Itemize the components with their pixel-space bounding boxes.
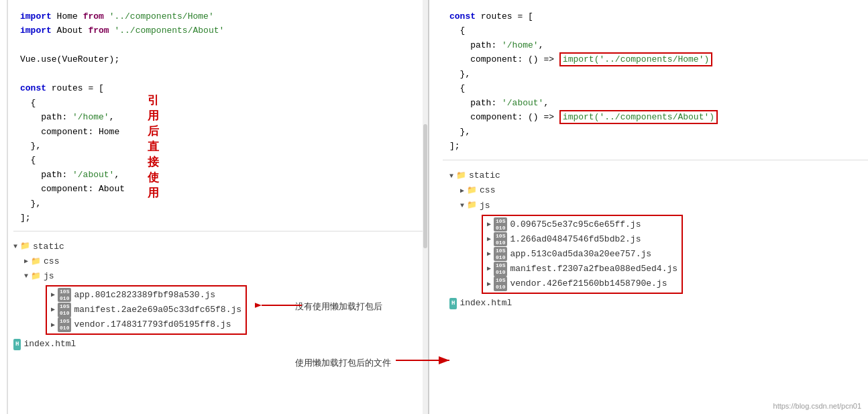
js-badge: 1­0­S0­1­0 (494, 276, 507, 291)
js-badge: 1­0­S0­1­0 (58, 317, 71, 331)
tree-item-file: ▶ 1­0­S0­1­0 0.09675c5e37c95c6e65ff.js (487, 217, 677, 232)
tree-item-static: ▼ 📁 static (13, 240, 421, 254)
folder-icon: 📁 (31, 270, 41, 283)
tree-item-file: ▶ 1­0­S0­1­0 vendor.1748317793fd05195ff8… (51, 317, 241, 332)
tree-item-file: ▶ 1­0­S0­1­0 manifest.2ae2e69a05c33dfc65… (51, 303, 241, 317)
right-code-block: const routes = [ { path: '/home', compon… (436, 7, 868, 156)
scrollbar-thumb[interactable] (423, 124, 427, 248)
html-badge: H (449, 298, 457, 309)
tree-expand-icon: ▼ (24, 270, 28, 282)
annotation-lazy: 使用懒加载打包后的文件 (295, 357, 391, 369)
code-line: ]; (20, 211, 421, 225)
code-line: path: '/home', (20, 110, 421, 124)
tree-expand-icon: ▼ (13, 241, 17, 252)
tree-item-file: ▶ 1­0­S0­1­0 vendor.426ef21560bb1458790e… (487, 276, 677, 291)
code-line: { (20, 96, 421, 110)
tree-expand-icon: ▶ (487, 263, 491, 274)
tree-expand-icon: ▶ (487, 248, 491, 260)
code-line: path: '/about', (20, 168, 421, 182)
js-badge: 1­0­S0­1­0 (494, 247, 507, 261)
tree-item-css: ▶ 📁 css (449, 183, 861, 198)
folder-icon: 📁 (467, 184, 477, 197)
arrow-lazy (389, 350, 456, 377)
code-line (20, 67, 421, 81)
html-badge: H (13, 339, 21, 350)
code-line: component: Home (20, 125, 421, 139)
tree-expand-icon: ▶ (51, 304, 55, 315)
tree-expand-icon: ▼ (460, 200, 464, 211)
code-line: { (449, 81, 861, 95)
tree-item-file: ▶ 1­0­S0­1­0 app.801c2823389fbf98a530.js (51, 288, 241, 303)
code-line: component: About (20, 182, 421, 196)
tree-item-file: ▶ 1­0­S0­1­0 1.266ad04847546fd5bdb2.js (487, 232, 677, 247)
tree-item-file: ▶ 1­0­S0­1­0 manifest.f2307a2fbea088ed5e… (487, 262, 677, 276)
right-file-tree: ▼ 📁 static ▶ 📁 css ▼ 📁 js ▶ 1­0­S0­1­0 (436, 164, 868, 315)
js-badge: 1­0­S0­1­0 (58, 288, 71, 302)
right-panel: const routes = [ { path: '/home', compon… (429, 0, 868, 414)
tree-item-css: ▶ 📁 css (13, 254, 421, 269)
code-line: component: () => import('../components/A… (449, 110, 861, 124)
js-badge: 1­0­S0­1­0 (494, 262, 507, 276)
code-line: import About from '../components/About' (20, 23, 421, 38)
code-line: }, (20, 197, 421, 211)
code-line: const routes = [ (449, 9, 861, 23)
code-line: }, (449, 125, 861, 139)
tree-item-js: ▼ 📁 js (13, 269, 421, 284)
code-line: ]; (449, 139, 861, 153)
tree-expand-icon: ▶ (487, 234, 491, 245)
right-boxed-files: ▶ 1­0­S0­1­0 0.09675c5e37c95c6e65ff.js ▶… (482, 215, 683, 294)
code-line: }, (449, 67, 861, 81)
js-badge: 1­0­S0­1­0 (494, 217, 507, 231)
tree-expand-icon: ▶ (460, 185, 464, 197)
code-line: }, (20, 139, 421, 153)
code-line: path: '/home', (449, 38, 861, 52)
code-line: path: '/about', (449, 96, 861, 110)
folder-icon: 📁 (31, 255, 41, 268)
js-badge: 1­0­S0­1­0 (494, 232, 507, 246)
tree-expand-icon: ▶ (487, 278, 491, 290)
code-line: import Home from '../components/Home' (20, 9, 421, 23)
left-divider-line (13, 231, 428, 231)
tree-item-static: ▼ 📁 static (449, 168, 861, 183)
code-line: Vue.use(VueRouter); (20, 52, 421, 66)
tree-expand-icon: ▶ (24, 256, 28, 267)
arrow-no-lazy (255, 295, 309, 322)
code-line (20, 38, 421, 52)
tree-expand-icon: ▶ (51, 319, 55, 331)
left-boxed-files: ▶ 1­0­S0­1­0 app.801c2823389fbf98a530.js… (46, 285, 247, 335)
tree-expand-icon: ▶ (51, 289, 55, 301)
folder-icon: 📁 (467, 199, 477, 212)
watermark: https://blog.csdn.net/pcn01 (773, 402, 861, 410)
js-badge: 1­0­S0­1­0 (58, 303, 71, 317)
left-file-tree: ▼ 📁 static ▶ 📁 css ▼ 📁 js ▶ 1­0­S0­1­0 (0, 236, 428, 356)
folder-icon: 📁 (456, 169, 466, 183)
code-line: component: () => import('../components/H… (449, 52, 861, 66)
code-line: { (20, 153, 421, 167)
tree-expand-icon: ▼ (449, 170, 453, 182)
code-line: { (449, 23, 861, 38)
tree-item-index-right: H index.html (449, 296, 861, 311)
tree-item-index: H index.html (13, 337, 421, 352)
tree-item-file: ▶ 1­0­S0­1­0 app.513c0ad5da30a20ee757.js (487, 247, 677, 262)
code-line: const routes = [ (20, 81, 421, 95)
folder-icon: 📁 (20, 240, 30, 253)
right-divider-line (443, 160, 868, 160)
tree-item-js: ▼ 📁 js (449, 199, 861, 213)
main-container: import Home from '../components/Home' im… (0, 0, 868, 414)
left-code-block: import Home from '../components/Home' im… (0, 7, 428, 228)
tree-expand-icon: ▶ (487, 219, 491, 230)
left-panel: import Home from '../components/Home' im… (0, 0, 429, 414)
